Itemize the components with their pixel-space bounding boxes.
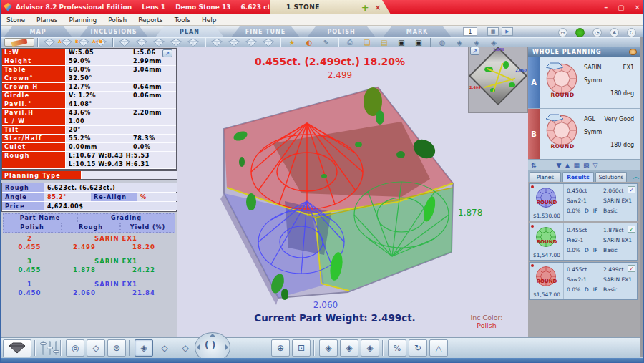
approve-check-icon[interactable]: ✓ <box>628 265 635 272</box>
star-solution-icon[interactable]: ★ <box>283 38 301 47</box>
open-folder-icon[interactable]: ▤ <box>376 38 393 47</box>
plan-view-icon-11[interactable] <box>225 38 243 47</box>
angle-value[interactable]: 85.2° <box>44 193 91 201</box>
close-stone-icon[interactable]: × <box>375 4 381 11</box>
plan-view-icon-12[interactable] <box>243 38 260 47</box>
panel-menu-icon[interactable] <box>629 49 637 55</box>
plan-counter[interactable]: 1 <box>463 27 477 36</box>
plan-view-icon-5[interactable] <box>116 38 133 47</box>
3d-viewport[interactable]: 0.455ct. (2.499ct.) 18.20% 2.499 1.878 2… <box>177 47 528 337</box>
view-a-icon[interactable]: ◈ <box>451 38 468 47</box>
stop-button[interactable]: ■ <box>487 27 499 36</box>
expand-all-icon[interactable]: ▲ <box>565 162 570 169</box>
large-grid-icon[interactable]: ▩ <box>583 162 590 169</box>
plan-view-icon-7[interactable] <box>150 38 167 47</box>
part-row[interactable]: 2SARIN EX10.4552.49918.20 <box>3 235 175 251</box>
rough-minimap[interactable]: ↗ 1.878 2.060 2.499 <box>468 47 528 113</box>
compare-a-button[interactable]: ◈ <box>319 339 338 357</box>
compare-c-button[interactable]: ◈ <box>361 339 379 357</box>
tab-fine-tune[interactable]: FINE TUNE <box>231 26 300 37</box>
plan-view-icon-10[interactable] <box>208 38 225 47</box>
zoom-window-button[interactable]: ⊡ <box>292 339 311 357</box>
solution-card[interactable]: ROUND$1,547.000.455ctPie2-10.0%DIF1.878c… <box>529 223 638 261</box>
plan-view-icon-9[interactable] <box>185 38 202 47</box>
rotate-up-icon[interactable] <box>210 334 215 337</box>
tab-mark[interactable]: MARK <box>383 26 452 37</box>
front-view-button[interactable]: ◈ <box>135 339 153 357</box>
magnify-button[interactable]: ◔ <box>592 28 602 37</box>
results-tab-solutions[interactable]: Solutions <box>595 172 627 182</box>
percent-display-button[interactable]: % <box>388 339 406 357</box>
side-view-button[interactable]: ◇ <box>155 339 174 357</box>
menu-item-help[interactable]: Help <box>202 16 217 24</box>
recalculate-button[interactable]: ↻ <box>409 339 427 357</box>
menu-item-polish[interactable]: Polish <box>108 16 127 24</box>
girdle-view-button[interactable]: ◎ <box>66 339 84 357</box>
zoom-in-button[interactable]: ⊕ <box>271 339 290 357</box>
solution-card[interactable]: ROUND$1,547.000.455ctSaw2-10.0%DIF2.499c… <box>529 262 638 300</box>
maximize-button[interactable]: ▢ <box>618 4 624 11</box>
menu-item-planes[interactable]: Planes <box>36 16 57 24</box>
save-as-icon[interactable]: ▣ <box>410 38 427 47</box>
tab-map[interactable]: MAP <box>4 26 72 37</box>
grading-row-a[interactable]: A ROUND SARIN EX1 <box>528 57 640 108</box>
pavilion-view-button[interactable]: ⊛ <box>107 339 126 357</box>
print-icon[interactable]: ⎙ <box>341 38 358 47</box>
settings-button[interactable]: ✱ <box>610 28 619 37</box>
view-b-icon[interactable]: ◈ <box>468 38 485 47</box>
tab-plan[interactable]: PLAN <box>155 26 224 37</box>
profile-view-button[interactable]: △ <box>429 339 448 357</box>
saw-tool-button[interactable] <box>4 38 34 47</box>
price-tag-icon[interactable]: ❏ <box>358 38 376 47</box>
crown-view-button[interactable]: ◇ <box>87 339 105 357</box>
approve-check-icon[interactable]: ✓ <box>628 226 635 233</box>
stone-tab[interactable]: 1 STONE + × <box>270 0 391 14</box>
minimap-expand-button[interactable]: ↗ <box>470 47 479 55</box>
display-sliders[interactable] <box>42 341 57 355</box>
collapse-panel-icon[interactable]: ︿ <box>633 172 640 182</box>
menu-item-tools[interactable]: Tools <box>175 16 190 24</box>
approve-check-icon[interactable]: ✓ <box>628 186 635 193</box>
menu-item-reports[interactable]: Reports <box>138 16 163 24</box>
menu-item-planning[interactable]: Planning <box>69 16 97 24</box>
rotate-button[interactable]: ↻ <box>627 28 636 37</box>
best-solution-icon[interactable]: ◐ <box>301 38 318 47</box>
plan-a-plus-b-icon[interactable]: A+B <box>92 38 109 47</box>
results-tab-planes[interactable]: Planes <box>530 172 561 182</box>
part-row[interactable]: 3SARIN EX10.4551.87824.22 <box>3 258 175 274</box>
sort-icon[interactable]: ⇅ <box>531 162 537 169</box>
percent-field[interactable]: % <box>137 193 177 201</box>
small-grid-icon[interactable]: ▦ <box>573 162 580 169</box>
part-row[interactable]: 1SARIN EX10.4502.06021.84 <box>3 281 175 296</box>
tab-inclusions[interactable]: INCLUSIONS <box>79 26 148 37</box>
pan-button[interactable]: ↔ <box>558 28 567 37</box>
realign-button[interactable]: Re-Align <box>91 193 137 201</box>
close-button[interactable]: ✕ <box>635 4 640 11</box>
expand-table-button[interactable]: ↗ <box>162 49 172 57</box>
spin-icons[interactable]: ( ) <box>205 340 215 350</box>
minimize-button[interactable]: – <box>604 4 608 11</box>
plan-view-icon-1[interactable] <box>41 38 58 47</box>
results-tab-results[interactable]: Results <box>562 172 594 182</box>
view-c-icon[interactable]: ◈ <box>485 38 502 47</box>
rotate-left-icon[interactable] <box>197 344 200 350</box>
collapse-all-icon[interactable]: ▼ <box>557 162 562 169</box>
filter-icon[interactable]: ▽ <box>592 162 597 169</box>
play-button[interactable]: ▶ <box>502 27 513 36</box>
plan-b-icon[interactable]: B <box>75 38 92 47</box>
rotate-right-icon[interactable] <box>225 344 228 350</box>
tab-polish[interactable]: POLISH <box>307 26 376 37</box>
save-icon[interactable]: ▣ <box>393 38 410 47</box>
plan-view-icon-8[interactable] <box>167 38 185 47</box>
solution-card[interactable]: ROUND$1,530.000.450ctSaw2-10.0%DIF2.060c… <box>529 183 638 221</box>
grading-row-b[interactable]: B ROUND AGL Very Good <box>528 108 640 159</box>
compare-b-button[interactable]: ◈ <box>340 339 358 357</box>
plan-view-icon-13[interactable] <box>260 38 277 47</box>
plan-a-icon[interactable]: A <box>58 38 75 47</box>
add-stone-icon[interactable]: + <box>361 2 369 13</box>
menu-item-stone[interactable]: Stone <box>6 16 25 24</box>
globe-icon[interactable]: ◍ <box>434 38 451 47</box>
stone-view-button[interactable] <box>3 339 31 357</box>
measure-solution-icon[interactable]: ✎ <box>318 38 335 47</box>
plan-view-icon-6[interactable] <box>133 38 150 47</box>
